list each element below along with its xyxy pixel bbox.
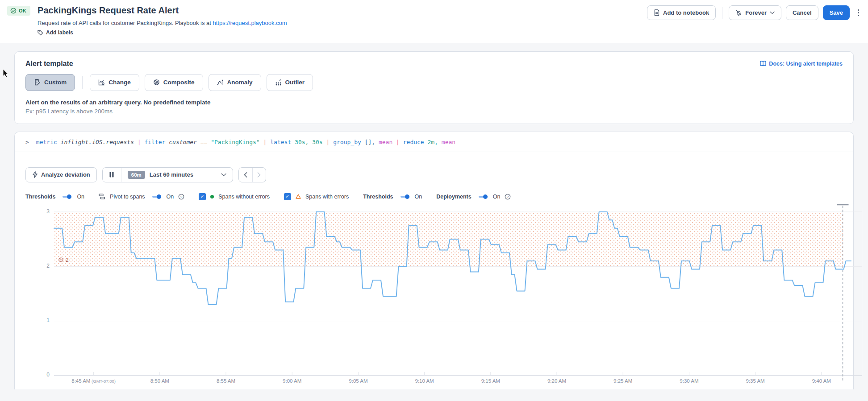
time-range-dropdown[interactable]: 60m Last 60 minutes [121,171,233,179]
status-badge: OK [7,6,30,16]
thresholds-toggle[interactable] [63,194,71,199]
pause-button[interactable] [103,168,121,182]
error-span-triangle-icon [296,194,301,199]
deployments-help-icon[interactable]: ? [505,194,511,200]
template-option-composite[interactable]: Composite [145,74,203,91]
spans-without-errors-checkbox[interactable]: ✓ [199,193,206,200]
header: OK PackingKings Request Rate Alert Reque… [0,0,868,43]
snooze-dropdown[interactable]: Forever [729,5,781,20]
deployments-toggle-label: Deployments [436,194,472,200]
lightning-icon [32,171,38,178]
range-label: Last 60 minutes [150,171,217,178]
divider [722,7,722,19]
spans-without-errors-label: Spans without errors [218,194,270,200]
threshold-marker[interactable]: 2 [58,257,69,263]
threshold-circle-icon [58,257,63,262]
bell-muted-icon [735,9,742,16]
query-chart-card: > metric inflight.iOS.requests | filter … [14,132,854,389]
template-option-outlier[interactable]: Outlier [267,74,313,91]
next-window-button[interactable] [252,168,266,182]
pivot-help-icon[interactable]: ? [178,194,184,200]
template-description: Alert on the results of an arbitrary que… [25,99,843,106]
composite-template-icon [153,79,160,86]
chevron-left-icon [244,172,247,178]
template-example: Ex: p95 Latency is above 200ms [25,108,843,115]
thresholds-toggle-label: Thresholds [25,194,55,200]
deployments-toggle[interactable] [479,194,488,199]
threshold-value: 2 [66,257,69,263]
change-template-icon [98,79,105,86]
tag-icon [38,30,43,36]
check-circle-icon [10,8,17,14]
page-title: PackingKings Request Rate Alert [38,4,287,16]
docs-link[interactable]: Docs: Using alert templates [760,61,843,67]
template-option-anomaly[interactable]: Anomaly [209,74,261,91]
spans-with-errors-checkbox[interactable]: ✓ [284,193,291,200]
chevron-down-icon [770,11,775,14]
template-option-custom[interactable]: Custom [25,74,75,91]
svg-text:?: ? [507,194,509,198]
query-prompt-icon: > [25,139,29,145]
status-text: OK [19,8,26,13]
template-option-change[interactable]: Change [90,74,139,91]
analyze-deviation-button[interactable]: Analyze deviation [25,167,97,182]
ok-span-dot-icon [210,195,214,198]
notebook-icon [654,9,660,16]
alert-description: Request rate of API calls for customer P… [38,20,287,26]
outlier-template-icon [275,79,282,86]
alert-template-heading: Alert template [25,60,73,68]
prev-window-button[interactable] [239,168,252,182]
more-options-button[interactable] [856,7,861,19]
request-rate-chart[interactable]: 3210 2 8:45 AM (GMT-07:00)8:50 AM8:55 AM… [15,203,853,390]
thresholds2-toggle-label: Thresholds [363,194,393,200]
query-editor[interactable]: > metric inflight.iOS.requests | filter … [15,132,853,152]
pivot-to-spans-toggle[interactable] [152,194,161,199]
add-to-notebook-button[interactable]: Add to notebook [647,5,716,20]
chart-plot[interactable] [54,203,862,381]
alert-editor-page: OK PackingKings Request Rate Alert Reque… [0,0,868,401]
book-icon [760,61,766,66]
mouse-cursor [3,69,9,78]
playbook-link[interactable]: https://request.playbook.com [213,20,287,26]
save-button[interactable]: Save [823,5,850,20]
svg-text:?: ? [180,194,183,198]
query-text[interactable]: metric inflight.iOS.requests | filter cu… [36,139,455,145]
pause-icon [109,172,114,178]
pivot-to-spans-label: Pivot to spans [110,194,145,200]
divider [82,76,83,89]
chevron-right-icon [257,172,261,178]
chevron-down-icon [221,173,226,177]
spans-with-errors-label: Spans with errors [305,194,349,200]
chart-toggles: Thresholds On Pivot to spans On ? ✓ Span… [25,193,853,200]
time-nav-control [238,167,266,182]
cancel-button[interactable]: Cancel [786,5,818,20]
range-badge: 60m [128,171,145,179]
chart-controls: Analyze deviation 60m Last 60 minutes [25,167,853,182]
anomaly-template-icon [217,79,224,86]
pivot-icon [99,194,105,199]
time-range-control: 60m Last 60 minutes [102,167,233,182]
thresholds2-toggle[interactable] [401,194,409,199]
add-labels-button[interactable]: Add labels [38,29,73,36]
custom-template-icon [34,79,41,86]
alert-template-card: Alert template Docs: Using alert templat… [14,51,854,124]
